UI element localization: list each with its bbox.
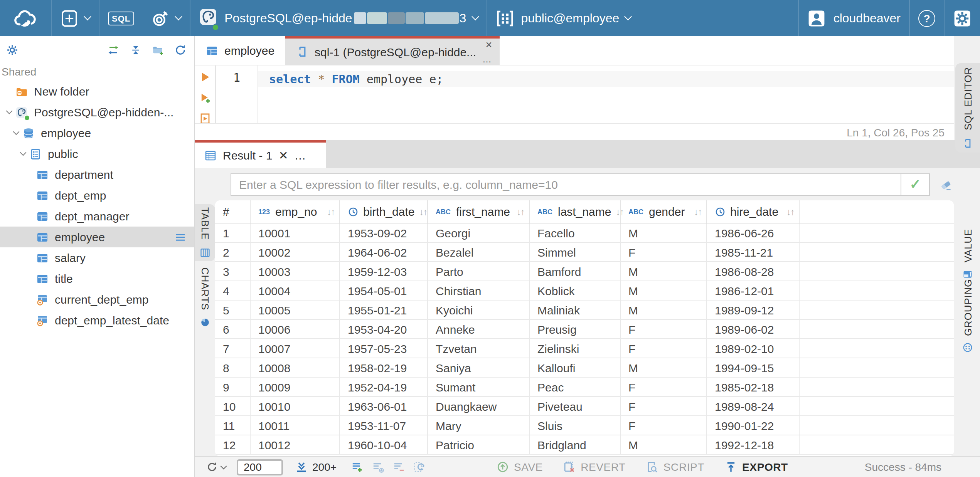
table-cell[interactable]: 1964-06-02 — [340, 243, 428, 261]
table-cell[interactable]: 1985-11-21 — [707, 243, 800, 261]
tab-charts-view[interactable]: CHARTS — [195, 267, 215, 328]
column-header-row-index[interactable]: # — [215, 200, 251, 223]
table-cell[interactable]: 1989-08-24 — [707, 397, 800, 415]
sort-icon[interactable]: ↓↑ — [414, 206, 427, 217]
table-cell[interactable]: 1985-02-18 — [707, 378, 800, 396]
table-cell[interactable]: Kalloufi — [530, 358, 621, 377]
table-cell[interactable]: 1960-10-04 — [340, 435, 428, 454]
clear-filter-eraser-icon[interactable] — [940, 178, 952, 191]
table-cell[interactable]: Bridgland — [530, 435, 621, 454]
table-cell[interactable]: 1986-06-26 — [707, 223, 800, 242]
tree-item-employee[interactable]: employee — [0, 227, 194, 247]
table-cell[interactable]: Maliniak — [530, 301, 621, 319]
filter-input[interactable] — [231, 174, 901, 195]
table-cell[interactable]: 10004 — [251, 281, 340, 300]
table-cell[interactable]: M — [621, 435, 707, 454]
table-cell[interactable]: Bezalel — [428, 243, 530, 261]
tree-item-current_dept_emp[interactable]: current_dept_emp — [0, 289, 194, 310]
table-cell[interactable]: 10002 — [251, 243, 340, 261]
tab-employee[interactable]: employee — [195, 36, 285, 65]
chevron-down-icon[interactable] — [6, 108, 13, 114]
tab-table-view[interactable]: TABLE — [195, 204, 215, 261]
duplicate-row-button[interactable] — [371, 461, 384, 473]
row-index-cell[interactable]: 3 — [215, 262, 251, 280]
execute-query-icon[interactable] — [199, 71, 211, 83]
tree-item-dept_emp_latest_date[interactable]: dept_emp_latest_date — [0, 310, 194, 331]
sort-icon[interactable]: ↓↑ — [689, 206, 702, 217]
row-index-cell[interactable]: 1 — [215, 223, 251, 242]
execute-new-tab-icon[interactable] — [199, 92, 211, 104]
close-icon[interactable]: ✕ — [485, 40, 492, 50]
row-index-cell[interactable]: 6 — [215, 320, 251, 338]
column-header-last_name[interactable]: ABClast_name↓↑ — [530, 200, 621, 223]
table-cell[interactable]: 1957-05-23 — [340, 339, 428, 358]
apply-filter-icon[interactable]: ✓ — [901, 174, 929, 195]
table-cell[interactable]: Patricio — [428, 435, 530, 454]
column-header-first_name[interactable]: ABCfirst_name↓↑ — [428, 200, 530, 223]
table-cell[interactable]: 1954-05-01 — [340, 281, 428, 300]
table-cell[interactable]: 1994-09-15 — [707, 358, 800, 377]
tab-grouping-panel[interactable]: GROUPING — [955, 271, 980, 361]
new-connection-button[interactable] — [52, 0, 99, 36]
fetch-size-input[interactable] — [237, 459, 283, 475]
table-cell[interactable]: 10009 — [251, 378, 340, 396]
tree-item-new-folder[interactable]: New folder — [0, 81, 194, 102]
table-cell[interactable]: 1986-12-01 — [707, 281, 800, 300]
context-menu-icon[interactable] — [174, 231, 187, 243]
tree-item-public[interactable]: public — [0, 143, 194, 164]
table-cell[interactable]: 1953-04-20 — [340, 320, 428, 338]
table-cell[interactable]: 10001 — [251, 223, 340, 242]
table-cell[interactable]: 10011 — [251, 416, 340, 435]
save-button[interactable]: SAVE — [496, 461, 543, 473]
table-cell[interactable]: M — [621, 223, 707, 242]
table-cell[interactable]: 1955-01-21 — [340, 301, 428, 319]
table-cell[interactable]: 1989-09-12 — [707, 301, 800, 319]
app-logo[interactable] — [0, 0, 51, 36]
add-folder-icon[interactable] — [152, 44, 164, 56]
table-cell[interactable]: Georgi — [428, 223, 530, 242]
table-cell[interactable]: 1989-02-10 — [707, 339, 800, 358]
table-cell[interactable]: 10006 — [251, 320, 340, 338]
connection-selector[interactable]: PostgreSQL@ep-hidde 3 — [190, 0, 486, 36]
row-index-cell[interactable]: 9 — [215, 378, 251, 396]
table-cell[interactable]: F — [621, 339, 707, 358]
export-button[interactable]: EXPORT — [724, 461, 788, 473]
table-cell[interactable]: 1952-04-19 — [340, 378, 428, 396]
table-cell[interactable]: Tzvetan — [428, 339, 530, 358]
table-cell[interactable]: F — [621, 320, 707, 338]
help-button[interactable]: ? — [910, 0, 944, 36]
table-cell[interactable]: F — [621, 243, 707, 261]
fetch-next-page-button[interactable]: 200+ — [295, 461, 337, 473]
schema-selector[interactable]: public@employee — [487, 0, 639, 36]
settings-button[interactable] — [945, 0, 980, 36]
table-cell[interactable]: M — [621, 262, 707, 280]
collapse-all-icon[interactable] — [130, 44, 142, 56]
delete-row-button[interactable] — [392, 461, 404, 473]
table-cell[interactable]: 1990-01-22 — [707, 416, 800, 435]
table-cell[interactable]: Peac — [530, 378, 621, 396]
table-cell[interactable]: 10005 — [251, 301, 340, 319]
tree-item-dept_manager[interactable]: dept_manager — [0, 206, 194, 227]
script-button[interactable]: SCRIPT — [646, 461, 704, 473]
table-cell[interactable]: Duangkaew — [428, 397, 530, 415]
sort-icon[interactable]: ↓↑ — [782, 206, 794, 217]
table-cell[interactable]: 1963-06-01 — [340, 397, 428, 415]
table-cell[interactable]: 10008 — [251, 358, 340, 377]
table-cell[interactable]: Simmel — [530, 243, 621, 261]
table-cell[interactable]: Sluis — [530, 416, 621, 435]
table-cell[interactable]: Piveteau — [530, 397, 621, 415]
table-cell[interactable]: 10007 — [251, 339, 340, 358]
row-index-cell[interactable]: 10 — [215, 397, 251, 415]
tree-item-postgresql-ep-hidden----[interactable]: PostgreSQL@ep-hidden-... — [0, 102, 194, 123]
table-cell[interactable]: Koblick — [530, 281, 621, 300]
row-index-cell[interactable]: 7 — [215, 339, 251, 358]
table-cell[interactable]: 10003 — [251, 262, 340, 280]
sort-icon[interactable]: ↓↑ — [512, 206, 524, 217]
code-area[interactable]: select * FROM employee e; — [258, 66, 954, 123]
tree-item-employee[interactable]: employee — [0, 123, 194, 143]
revert-button[interactable]: REVERT — [563, 461, 626, 473]
table-cell[interactable]: 1959-12-03 — [340, 262, 428, 280]
tree-item-salary[interactable]: salary — [0, 247, 194, 268]
table-cell[interactable]: 1953-09-02 — [340, 223, 428, 242]
table-cell[interactable]: Facello — [530, 223, 621, 242]
